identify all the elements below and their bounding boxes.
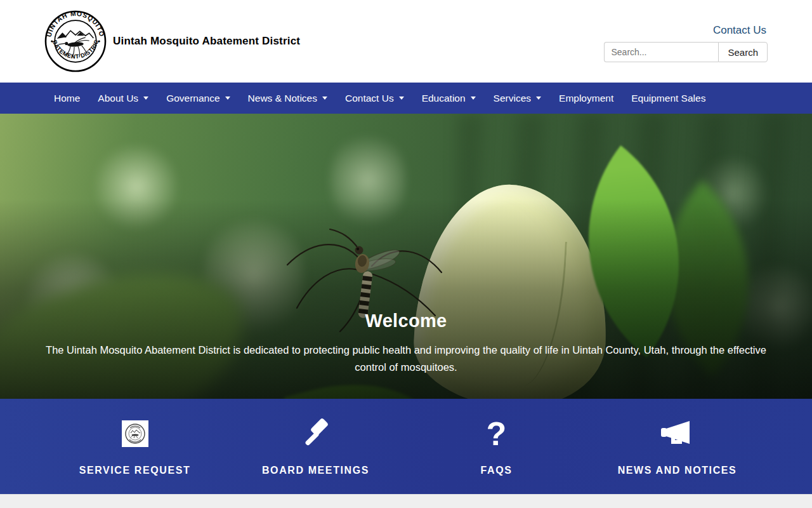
quick-links-section: SERVICE REQUEST BOARD MEETINGS ? FAQS bbox=[0, 399, 812, 494]
quick-link-label: SERVICE REQUEST bbox=[79, 465, 191, 476]
quick-link-service-request[interactable]: SERVICE REQUEST bbox=[44, 417, 225, 476]
search-button[interactable]: Search bbox=[718, 42, 768, 62]
district-seal-icon bbox=[122, 420, 148, 447]
gavel-icon bbox=[300, 418, 332, 450]
quick-link-faqs[interactable]: ? FAQS bbox=[406, 417, 587, 476]
quick-link-label: BOARD MEETINGS bbox=[262, 465, 369, 476]
nav-item-home[interactable]: Home bbox=[44, 83, 89, 114]
search-form: Search bbox=[604, 42, 768, 62]
main-navigation: Home About Us Governance News & Notices … bbox=[0, 83, 812, 114]
caret-down-icon bbox=[225, 97, 230, 100]
header-contact-us-link[interactable]: Contact Us bbox=[713, 24, 766, 37]
footer-strip bbox=[0, 494, 812, 508]
question-mark-icon: ? bbox=[487, 418, 507, 450]
brand[interactable]: UINTAH MOSQUITO ABATEMENT DISTRICT bbox=[44, 10, 300, 72]
caret-down-icon bbox=[536, 97, 541, 100]
quick-link-news-and-notices[interactable]: NEWS AND NOTICES bbox=[587, 417, 768, 476]
nav-item-employment[interactable]: Employment bbox=[550, 83, 622, 114]
quick-link-label: NEWS AND NOTICES bbox=[618, 465, 737, 476]
hero-title: Welcome bbox=[0, 311, 812, 331]
caret-down-icon bbox=[399, 97, 404, 100]
nav-item-news-notices[interactable]: News & Notices bbox=[239, 83, 336, 114]
site-title: Uintah Mosquito Abatement District bbox=[113, 35, 300, 48]
nav-item-about-us[interactable]: About Us bbox=[89, 83, 157, 114]
district-seal-logo: UINTAH MOSQUITO ABATEMENT DISTRICT bbox=[44, 10, 107, 72]
nav-item-governance[interactable]: Governance bbox=[157, 83, 239, 114]
nav-item-education[interactable]: Education bbox=[413, 83, 485, 114]
nav-item-contact-us[interactable]: Contact Us bbox=[336, 83, 413, 114]
quick-link-board-meetings[interactable]: BOARD MEETINGS bbox=[225, 417, 406, 476]
site-header: UINTAH MOSQUITO ABATEMENT DISTRICT bbox=[0, 0, 812, 83]
hero-banner: Welcome The Uintah Mosquito Abatement Di… bbox=[0, 114, 812, 399]
caret-down-icon bbox=[471, 97, 476, 100]
search-input[interactable] bbox=[604, 42, 718, 62]
nav-item-equipment-sales[interactable]: Equipment Sales bbox=[622, 83, 714, 114]
megaphone-icon bbox=[660, 419, 695, 448]
hero-description: The Uintah Mosquito Abatement District i… bbox=[41, 342, 771, 376]
caret-down-icon bbox=[143, 97, 148, 100]
nav-item-services[interactable]: Services bbox=[485, 83, 550, 114]
quick-link-label: FAQS bbox=[481, 465, 513, 476]
caret-down-icon bbox=[322, 97, 327, 100]
